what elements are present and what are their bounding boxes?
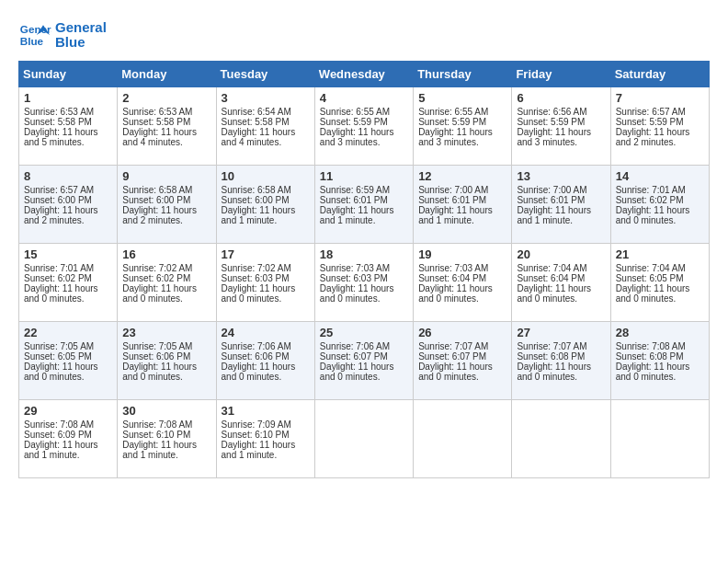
calendar-week-4: 22Sunrise: 7:05 AMSunset: 6:05 PMDayligh… — [19, 322, 710, 400]
day-number: 31 — [222, 404, 310, 418]
calendar-cell: 12Sunrise: 7:00 AMSunset: 6:01 PMDayligh… — [414, 166, 512, 244]
sunrise-text: Sunrise: 7:01 AM — [616, 185, 686, 195]
day-number: 13 — [517, 169, 605, 183]
sunrise-text: Sunrise: 7:07 AM — [418, 341, 488, 351]
daylight-text: Daylight: 11 hours and 2 minutes. — [24, 205, 98, 225]
day-number: 5 — [418, 91, 506, 105]
calendar-cell: 9Sunrise: 6:58 AMSunset: 6:00 PMDaylight… — [118, 166, 216, 244]
day-number: 4 — [320, 91, 408, 105]
day-number: 19 — [418, 247, 506, 261]
daylight-text: Daylight: 11 hours and 0 minutes. — [616, 283, 690, 304]
calendar-cell: 15Sunrise: 7:01 AMSunset: 6:02 PMDayligh… — [19, 244, 118, 322]
sunrise-text: Sunrise: 6:55 AM — [320, 107, 390, 117]
calendar-cell: 31Sunrise: 7:09 AMSunset: 6:10 PMDayligh… — [216, 400, 314, 478]
col-header-saturday: Saturday — [610, 62, 709, 87]
daylight-text: Daylight: 11 hours and 0 minutes. — [320, 362, 394, 382]
calendar-cell: 1Sunrise: 6:53 AMSunset: 5:58 PMDaylight… — [19, 87, 118, 166]
sunset-text: Sunset: 6:05 PM — [24, 351, 92, 362]
sunset-text: Sunset: 6:08 PM — [517, 351, 585, 362]
day-number: 9 — [122, 169, 210, 183]
sunrise-text: Sunrise: 7:01 AM — [24, 263, 94, 273]
daylight-text: Daylight: 11 hours and 1 minute. — [222, 440, 296, 460]
sunset-text: Sunset: 5:58 PM — [222, 117, 290, 127]
day-number: 18 — [320, 247, 408, 261]
calendar-cell: 28Sunrise: 7:08 AMSunset: 6:08 PMDayligh… — [610, 322, 709, 400]
calendar-cell: 21Sunrise: 7:04 AMSunset: 6:05 PMDayligh… — [610, 244, 709, 322]
calendar-week-3: 15Sunrise: 7:01 AMSunset: 6:02 PMDayligh… — [19, 244, 710, 322]
logo: General Blue General Blue — [18, 18, 107, 52]
sunset-text: Sunset: 6:03 PM — [222, 273, 290, 283]
sunset-text: Sunset: 5:59 PM — [418, 117, 486, 127]
daylight-text: Daylight: 11 hours and 0 minutes. — [222, 362, 296, 382]
daylight-text: Daylight: 11 hours and 1 minute. — [24, 440, 98, 460]
day-number: 20 — [517, 247, 605, 261]
day-number: 15 — [24, 247, 112, 261]
svg-text:Blue: Blue — [20, 35, 44, 47]
sunrise-text: Sunrise: 7:08 AM — [24, 419, 94, 430]
col-header-wednesday: Wednesday — [314, 62, 413, 87]
sunset-text: Sunset: 6:03 PM — [320, 273, 388, 283]
calendar-cell: 19Sunrise: 7:03 AMSunset: 6:04 PMDayligh… — [414, 244, 512, 322]
daylight-text: Daylight: 11 hours and 0 minutes. — [122, 362, 197, 382]
sunrise-text: Sunrise: 7:03 AM — [418, 263, 488, 273]
sunrise-text: Sunrise: 6:54 AM — [222, 107, 291, 117]
sunset-text: Sunset: 6:00 PM — [24, 195, 92, 205]
sunrise-text: Sunrise: 7:05 AM — [122, 341, 192, 351]
daylight-text: Daylight: 11 hours and 0 minutes. — [517, 362, 591, 382]
day-number: 22 — [24, 326, 112, 339]
day-number: 24 — [222, 326, 310, 339]
daylight-text: Daylight: 11 hours and 1 minute. — [517, 205, 591, 225]
day-number: 11 — [320, 169, 408, 183]
calendar-cell: 17Sunrise: 7:02 AMSunset: 6:03 PMDayligh… — [216, 244, 314, 322]
day-number: 6 — [517, 91, 605, 105]
sunrise-text: Sunrise: 7:02 AM — [222, 263, 291, 273]
sunrise-text: Sunrise: 7:08 AM — [616, 341, 686, 351]
col-header-tuesday: Tuesday — [216, 62, 314, 87]
sunset-text: Sunset: 6:10 PM — [222, 430, 290, 440]
sunset-text: Sunset: 6:02 PM — [616, 195, 684, 205]
sunrise-text: Sunrise: 7:06 AM — [320, 341, 390, 351]
calendar-week-5: 29Sunrise: 7:08 AMSunset: 6:09 PMDayligh… — [19, 400, 710, 478]
calendar-week-2: 8Sunrise: 6:57 AMSunset: 6:00 PMDaylight… — [19, 166, 710, 244]
col-header-sunday: Sunday — [19, 62, 118, 87]
calendar-cell — [512, 400, 610, 478]
calendar-cell: 3Sunrise: 6:54 AMSunset: 5:58 PMDaylight… — [216, 87, 314, 166]
daylight-text: Daylight: 11 hours and 2 minutes. — [122, 205, 197, 225]
sunset-text: Sunset: 5:59 PM — [517, 117, 585, 127]
calendar-cell: 16Sunrise: 7:02 AMSunset: 6:02 PMDayligh… — [118, 244, 216, 322]
sunset-text: Sunset: 6:02 PM — [24, 273, 92, 283]
calendar-week-1: 1Sunrise: 6:53 AMSunset: 5:58 PMDaylight… — [19, 87, 710, 166]
day-number: 12 — [418, 169, 506, 183]
sunset-text: Sunset: 6:04 PM — [418, 273, 486, 283]
sunrise-text: Sunrise: 6:56 AM — [517, 107, 586, 117]
day-number: 17 — [222, 247, 310, 261]
day-number: 29 — [24, 404, 112, 418]
daylight-text: Daylight: 11 hours and 0 minutes. — [418, 283, 493, 304]
day-number: 14 — [616, 169, 704, 183]
sunrise-text: Sunrise: 7:09 AM — [222, 419, 291, 430]
col-header-friday: Friday — [512, 62, 610, 87]
sunrise-text: Sunrise: 7:07 AM — [517, 341, 586, 351]
sunrise-text: Sunrise: 6:57 AM — [24, 185, 94, 195]
sunset-text: Sunset: 6:06 PM — [222, 351, 290, 362]
daylight-text: Daylight: 11 hours and 1 minute. — [222, 205, 296, 225]
calendar-cell: 8Sunrise: 6:57 AMSunset: 6:00 PMDaylight… — [19, 166, 118, 244]
daylight-text: Daylight: 11 hours and 1 minute. — [320, 205, 394, 225]
daylight-text: Daylight: 11 hours and 0 minutes. — [616, 362, 690, 382]
sunrise-text: Sunrise: 7:00 AM — [418, 185, 488, 195]
sunset-text: Sunset: 6:10 PM — [122, 430, 190, 440]
calendar-cell: 5Sunrise: 6:55 AMSunset: 5:59 PMDaylight… — [414, 87, 512, 166]
sunrise-text: Sunrise: 6:58 AM — [222, 185, 291, 195]
sunset-text: Sunset: 6:01 PM — [517, 195, 585, 205]
sunset-text: Sunset: 6:08 PM — [616, 351, 684, 362]
calendar-cell: 6Sunrise: 6:56 AMSunset: 5:59 PMDaylight… — [512, 87, 610, 166]
sunrise-text: Sunrise: 7:08 AM — [122, 419, 192, 430]
sunrise-text: Sunrise: 7:02 AM — [122, 263, 192, 273]
svg-text:General: General — [20, 23, 51, 35]
calendar-cell: 14Sunrise: 7:01 AMSunset: 6:02 PMDayligh… — [610, 166, 709, 244]
calendar-cell: 24Sunrise: 7:06 AMSunset: 6:06 PMDayligh… — [216, 322, 314, 400]
sunset-text: Sunset: 6:00 PM — [122, 195, 190, 205]
daylight-text: Daylight: 11 hours and 3 minutes. — [517, 127, 591, 147]
calendar-cell: 10Sunrise: 6:58 AMSunset: 6:00 PMDayligh… — [216, 166, 314, 244]
sunrise-text: Sunrise: 6:57 AM — [616, 107, 686, 117]
